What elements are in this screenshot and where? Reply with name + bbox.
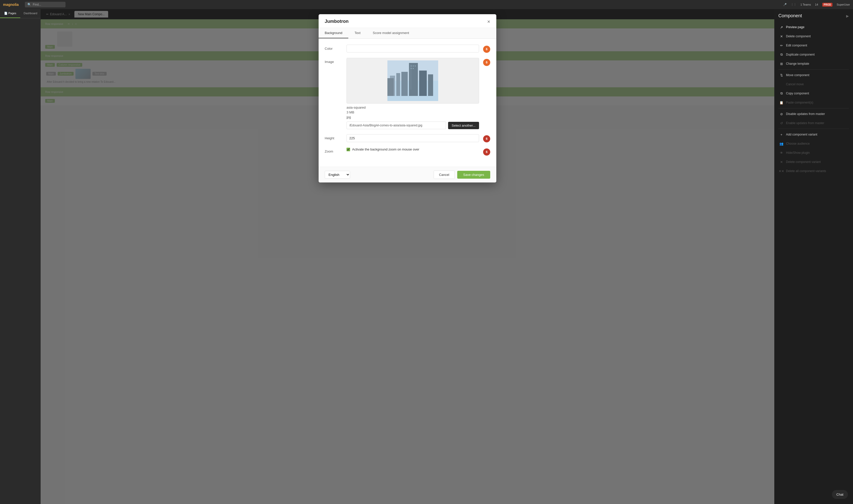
language-select[interactable]: English German French Spanish: [325, 171, 350, 179]
color-field-row: Color 6: [325, 45, 427, 53]
search-placeholder: Find...: [33, 3, 41, 6]
svg-rect-16: [387, 60, 427, 101]
image-path-input[interactable]: [346, 122, 427, 129]
color-input[interactable]: [346, 45, 427, 53]
tab-score-model[interactable]: Score model assignment: [367, 28, 415, 38]
zoom-control: Activate the background zoom on mouse ov…: [346, 147, 427, 151]
zoom-field-row: Zoom Activate the background zoom on mou…: [325, 147, 427, 156]
tab-text[interactable]: Text: [348, 28, 367, 38]
modal-body: Color 6 Image: [319, 39, 427, 167]
zoom-checkbox-label: Activate the background zoom on mouse ov…: [352, 147, 419, 151]
modal-footer-left: English German French Spanish: [325, 171, 350, 179]
sidebar-item-pages[interactable]: 📄 Pages: [0, 9, 20, 18]
height-control: [346, 134, 427, 142]
modal-header: Jumbotron ×: [319, 14, 427, 28]
search-bar[interactable]: 🔍 Find...: [25, 2, 66, 7]
modal-footer: English German French Spanish Cancel Sav…: [319, 167, 427, 182]
image-field-row: Image: [325, 58, 427, 129]
zoom-checkbox-row: Activate the background zoom on mouse ov…: [346, 147, 427, 151]
modal-tabs: Background Text Score model assignment: [319, 28, 427, 39]
image-path-row: Select another...: [346, 122, 427, 129]
color-label: Color: [325, 45, 342, 51]
svg-text:magnolia: magnolia: [3, 2, 19, 6]
image-filename: asia-squared: [346, 106, 427, 109]
zoom-label: Zoom: [325, 147, 342, 153]
left-nav-tabs: 📄 Pages Dashboard: [0, 9, 41, 18]
image-label: Image: [325, 58, 342, 64]
tab-background[interactable]: Background: [319, 28, 348, 38]
sidebar-item-dashboard[interactable]: Dashboard: [20, 9, 41, 18]
zoom-checkbox[interactable]: [346, 148, 350, 151]
image-control: asia-squared 3 MB jpg Select another...: [346, 58, 427, 129]
height-label: Height: [325, 134, 342, 140]
height-field-row: Height 6: [325, 134, 427, 142]
image-size: 3 MB: [346, 110, 427, 114]
pages-icon: 📄: [4, 12, 7, 15]
left-nav: 📄 Pages Dashboard: [0, 9, 41, 252]
color-control: [346, 45, 427, 53]
image-container: [346, 58, 427, 104]
city-image: [387, 60, 427, 101]
image-info: asia-squared 3 MB jpg: [346, 106, 427, 119]
image-format: jpg: [346, 115, 427, 119]
modal-backdrop[interactable]: Jumbotron × Background Text Score model …: [41, 9, 427, 252]
height-input[interactable]: [346, 134, 427, 142]
search-icon: 🔍: [28, 3, 31, 6]
magnolia-logo[interactable]: magnolia: [3, 2, 21, 7]
jumbotron-modal: Jumbotron × Background Text Score model …: [319, 14, 427, 182]
modal-title: Jumbotron: [325, 19, 349, 24]
topbar: magnolia 🔍 Find... 🎤 ⋮⋮ 1 Teams 14 PROD …: [0, 0, 427, 9]
